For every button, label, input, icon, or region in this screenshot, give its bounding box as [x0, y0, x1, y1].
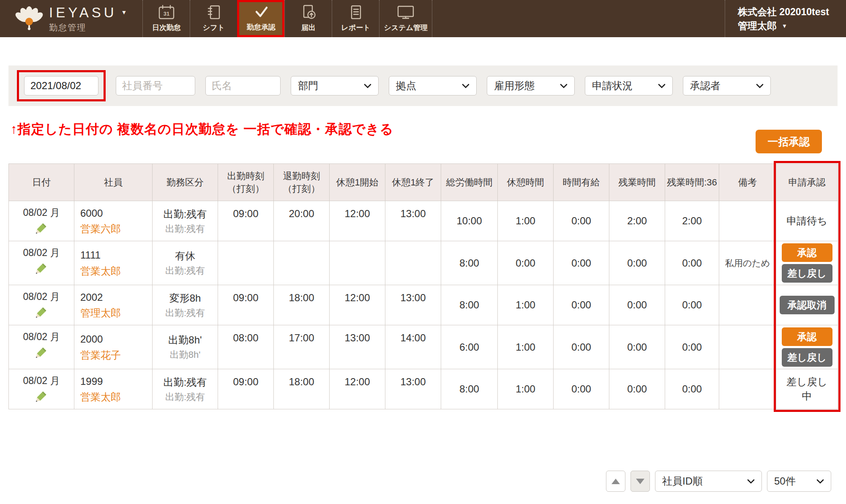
overtime-cell: 2:00 — [609, 201, 665, 241]
department-select[interactable]: 部門 — [291, 76, 379, 95]
chevron-down-icon — [816, 479, 824, 484]
user-menu-caret-icon[interactable]: ▼ — [782, 22, 787, 30]
col-header-work-type: 勤務区分 — [153, 164, 218, 201]
approval-cell: 申請待ち — [776, 201, 838, 241]
nav-label: 勤怠承認 — [247, 22, 276, 32]
approver-select[interactable]: 承認者 — [683, 76, 771, 95]
col-header-approval: 申請承認 — [776, 164, 838, 201]
select-label: 承認者 — [690, 79, 720, 93]
employee-name-link[interactable]: 営業六郎 — [80, 221, 152, 237]
break-time-cell: 1:00 — [498, 325, 554, 369]
cancel-approval-button[interactable]: 承認取消 — [780, 296, 835, 314]
work-type: 出勤:残有 — [153, 375, 218, 390]
user-account-area[interactable]: 株式会社 202010test 管理太郎 ▼ — [725, 0, 846, 37]
approval-status-text: 差し戻し 中 — [786, 376, 827, 402]
employee-name-link[interactable]: 管理太郎 — [80, 305, 152, 321]
location-select[interactable]: 拠点 — [389, 76, 477, 95]
overtime-36-cell: 0:00 — [665, 369, 719, 409]
edit-pencil-icon[interactable] — [36, 307, 47, 320]
nav-item-report[interactable]: レポート — [332, 0, 379, 37]
total-work-cell: 8:00 — [441, 285, 498, 325]
col-header-clock-in: 出勤時刻 （打刻） — [218, 164, 274, 201]
edit-pencil-icon[interactable] — [36, 391, 47, 404]
approve-button[interactable]: 承認 — [782, 327, 832, 346]
sort-ascending-button[interactable] — [606, 471, 625, 492]
brand-caret-icon[interactable]: ▼ — [121, 9, 130, 16]
work-type-sub: 出勤:残有 — [153, 306, 218, 320]
col-header-date: 日付 — [9, 164, 74, 201]
svg-text:31: 31 — [164, 11, 169, 17]
employee-name-link[interactable]: 営業太郎 — [80, 389, 152, 405]
nav-item-shift[interactable]: シフト — [190, 0, 237, 37]
approval-cell: 差し戻し 中 — [776, 369, 838, 409]
select-label: 申請状況 — [592, 79, 633, 93]
employment-type-select[interactable]: 雇用形態 — [487, 76, 575, 95]
approve-button[interactable]: 承認 — [782, 243, 832, 262]
date-cell: 08/02 月 — [9, 374, 74, 387]
clock-out-cell: 18:00 — [274, 285, 330, 325]
check-icon — [253, 5, 270, 19]
employee-id: 1999 — [80, 373, 152, 389]
break1-end-cell: 13:00 — [385, 369, 441, 409]
edit-pencil-icon[interactable] — [36, 223, 47, 236]
page-size-select[interactable]: 50件 — [767, 471, 831, 492]
overtime-36-cell: 2:00 — [665, 201, 719, 241]
select-label: 社員ID順 — [662, 474, 703, 488]
break1-start-cell — [330, 241, 385, 285]
select-label: 部門 — [298, 79, 318, 93]
chevron-down-icon — [364, 84, 371, 88]
work-type-sub: 出勤:残有 — [153, 264, 218, 278]
edit-pencil-icon[interactable] — [36, 347, 47, 360]
notebook-icon — [206, 5, 221, 20]
nav-item-submission[interactable]: 届出 — [284, 0, 332, 37]
employee-number-input[interactable] — [116, 76, 195, 95]
table-row: 08/02 月 2002 管理太郎 変形8h 出勤:残有 09:00 18:00… — [9, 285, 838, 325]
document-upload-icon — [300, 5, 317, 20]
brand[interactable]: IEYASU ▼ 勤怠管理 — [0, 0, 142, 37]
total-work-cell: 10:00 — [441, 201, 498, 241]
col-header-hourly-paid-leave: 時間有給 — [554, 164, 609, 201]
nav-item-attendance-approval[interactable]: 勤怠承認 — [237, 0, 284, 37]
edit-pencil-icon[interactable] — [36, 263, 47, 276]
note-cell — [719, 201, 776, 241]
break1-start-cell: 12:00 — [330, 201, 385, 241]
table-row: 08/02 月 2000 営業花子 出勤8h' 出勤8h' 08:00 17:0… — [9, 325, 838, 369]
application-status-select[interactable]: 申請状況 — [585, 76, 673, 95]
employee-name-link[interactable]: 営業太郎 — [80, 263, 152, 279]
break1-start-cell: 12:00 — [330, 285, 385, 325]
clock-in-cell: 09:00 — [218, 369, 274, 409]
table-row: 08/02 月 1111 営業太郎 有休 出勤:残有 8:00 0:00 0:0… — [9, 241, 838, 285]
sort-order-select[interactable]: 社員ID順 — [655, 471, 762, 492]
send-back-button[interactable]: 差し戻し — [782, 348, 832, 367]
col-header-break1-end: 休憩1終了 — [385, 164, 441, 201]
clock-in-cell: 09:00 — [218, 285, 274, 325]
work-type-sub: 出勤:残有 — [153, 222, 218, 236]
brand-title: IEYASU — [49, 5, 117, 20]
col-header-note: 備考 — [719, 164, 776, 201]
triangle-down-icon — [636, 479, 644, 484]
break1-end-cell — [385, 241, 441, 285]
company-name: 株式会社 202010test — [738, 5, 829, 19]
clock-out-cell: 20:00 — [274, 201, 330, 241]
note-cell — [719, 325, 776, 369]
chevron-down-icon — [658, 84, 666, 88]
total-work-cell: 8:00 — [441, 369, 498, 409]
sort-descending-button[interactable] — [630, 471, 650, 492]
work-type: 有休 — [153, 248, 218, 264]
employee-name-link[interactable]: 営業花子 — [80, 347, 152, 363]
report-document-icon — [348, 5, 363, 20]
clock-out-cell — [274, 241, 330, 285]
col-header-employee: 社員 — [74, 164, 153, 201]
bulk-approve-button[interactable]: 一括承認 — [756, 130, 822, 153]
approval-cell: 承認取消 — [776, 285, 838, 325]
date-input[interactable] — [24, 76, 98, 95]
nav-item-system-admin[interactable]: システム管理 — [379, 0, 432, 37]
employee-name-input[interactable] — [205, 76, 281, 95]
overtime-cell: 0:00 — [609, 285, 665, 325]
table-row: 08/02 月 6000 営業六郎 出勤:残有 出勤:残有 09:00 20:0… — [9, 201, 838, 241]
hourly-paid-leave-cell: 0:00 — [554, 285, 609, 325]
date-cell: 08/02 月 — [9, 206, 74, 219]
table-header-row: 日付 社員 勤務区分 出勤時刻 （打刻） 退勤時刻 （打刻） 休憩1開始 休憩1… — [9, 164, 838, 201]
nav-item-daily-attendance[interactable]: 31 日次勤怠 — [142, 0, 190, 37]
send-back-button[interactable]: 差し戻し — [782, 264, 832, 283]
